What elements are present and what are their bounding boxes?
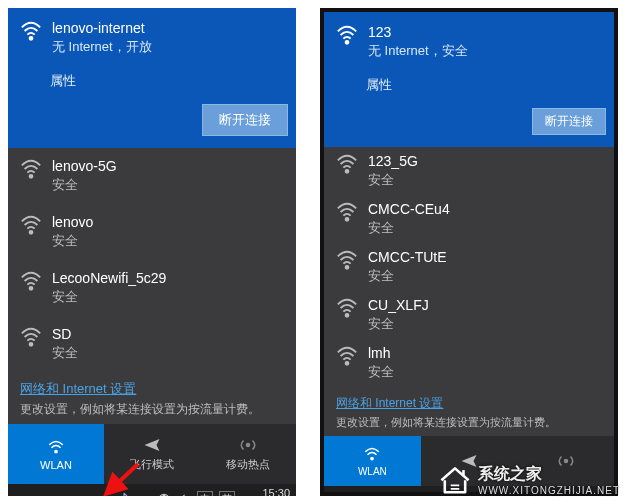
- connected-status: 无 Internet，开放: [52, 38, 152, 56]
- wifi-icon: [46, 438, 66, 456]
- chevron-up-icon[interactable]: [137, 492, 151, 496]
- wifi-icon: [336, 345, 358, 367]
- svg-point-5: [55, 450, 57, 452]
- tile-airplane[interactable]: 飞行模式: [104, 424, 200, 484]
- svg-point-6: [247, 444, 250, 447]
- chevron-up-icon[interactable]: [351, 494, 365, 496]
- svg-point-3: [30, 287, 33, 290]
- network-item[interactable]: CU_XLFJ安全: [324, 291, 614, 339]
- wifi-flyout-right: 123 无 Internet，安全 属性 断开连接 123_5G安全 CMCC-…: [320, 8, 618, 496]
- wifi-icon: [20, 270, 42, 292]
- security: 安全: [368, 219, 450, 237]
- cloud-icon[interactable]: [97, 492, 111, 496]
- ime-english[interactable]: 英: [219, 491, 235, 496]
- tile-label: 移动热点: [226, 457, 270, 472]
- watermark-url: WWW.XITONGZHIJIA.NET: [478, 485, 620, 496]
- clock[interactable]: 15:30 2019/8/28: [241, 487, 290, 496]
- security: 安全: [52, 232, 93, 250]
- ssid: CU_XLFJ: [368, 297, 429, 313]
- tile-label: WLAN: [358, 466, 387, 477]
- properties-link[interactable]: 属性: [50, 72, 288, 90]
- bluetooth-icon[interactable]: [117, 492, 131, 496]
- network-item[interactable]: CMCC-TUtE安全: [324, 243, 614, 291]
- network-settings-link[interactable]: 网络和 Internet 设置: [20, 380, 284, 398]
- tile-label: WLAN: [40, 459, 72, 471]
- network-tray-icon[interactable]: [157, 492, 171, 496]
- svg-point-16: [564, 460, 567, 463]
- network-item[interactable]: lmh安全: [324, 339, 614, 387]
- ssid: CMCC-TUtE: [368, 249, 447, 265]
- ssid: lenovo: [52, 214, 93, 230]
- ssid: SD: [52, 326, 78, 342]
- ssid: 123_5G: [368, 153, 418, 169]
- ssid: LecooNewifi_5c29: [52, 270, 166, 286]
- network-list: 123_5G安全 CMCC-CEu4安全 CMCC-TUtE安全 CU_XLFJ…: [324, 147, 614, 387]
- ssid: lenovo-5G: [52, 158, 117, 174]
- security: 安全: [368, 315, 429, 333]
- network-item[interactable]: LecooNewifi_5c29安全: [8, 260, 296, 316]
- svg-point-10: [346, 170, 349, 173]
- connected-ssid: 123: [368, 24, 468, 40]
- connected-status: 无 Internet，安全: [368, 42, 468, 60]
- svg-point-12: [346, 266, 349, 269]
- network-settings-desc: 更改设置，例如将某连接设置为按流量计费。: [20, 401, 284, 418]
- wifi-icon: [336, 153, 358, 175]
- network-item[interactable]: lenovo安全: [8, 204, 296, 260]
- network-settings: 网络和 Internet 设置 更改设置，例如将某连接设置为按流量计费。: [8, 372, 296, 424]
- network-settings: 网络和 Internet 设置 更改设置，例如将某连接设置为按流量计费。: [324, 387, 614, 436]
- network-item[interactable]: lenovo-5G安全: [8, 148, 296, 204]
- network-settings-desc: 更改设置，例如将某连接设置为按流量计费。: [336, 415, 602, 430]
- hotspot-icon: [238, 436, 258, 454]
- tile-label: 飞行模式: [130, 457, 174, 472]
- time: 15:30: [241, 487, 290, 496]
- wifi-icon: [20, 326, 42, 348]
- svg-point-1: [30, 175, 33, 178]
- ssid: lmh: [368, 345, 394, 361]
- disconnect-button[interactable]: 断开连接: [532, 108, 606, 135]
- security: 安全: [52, 344, 78, 362]
- security: 安全: [368, 267, 447, 285]
- wifi-icon: [20, 214, 42, 236]
- ssid: CMCC-CEu4: [368, 201, 450, 217]
- security: 安全: [368, 363, 394, 381]
- tile-hotspot[interactable]: 移动热点: [200, 424, 296, 484]
- svg-point-13: [346, 314, 349, 317]
- house-icon: [438, 465, 472, 495]
- svg-point-9: [346, 41, 349, 44]
- svg-point-15: [371, 457, 373, 459]
- svg-point-2: [30, 231, 33, 234]
- wifi-icon: [336, 249, 358, 271]
- properties-link[interactable]: 属性: [366, 76, 606, 94]
- network-item[interactable]: CMCC-CEu4安全: [324, 195, 614, 243]
- volume-mute-icon[interactable]: [177, 492, 191, 496]
- network-list: lenovo-5G安全 lenovo安全 LecooNewifi_5c29安全 …: [8, 148, 296, 372]
- wifi-flyout-left: lenovo-internet 无 Internet，开放 属性 断开连接 le…: [8, 8, 296, 496]
- taskbar-label: Z1i: [330, 495, 345, 496]
- svg-point-4: [30, 343, 33, 346]
- security: 安全: [368, 171, 418, 189]
- wifi-icon: [336, 201, 358, 223]
- svg-point-0: [30, 37, 33, 40]
- network-item[interactable]: 123_5G安全: [324, 147, 614, 195]
- svg-point-11: [346, 218, 349, 221]
- taskbar: 中 英 15:30 2019/8/28: [8, 484, 296, 496]
- wifi-connected-icon: [20, 20, 42, 42]
- wifi-icon: [20, 158, 42, 180]
- wifi-connected-icon: [336, 24, 358, 46]
- tile-wlan[interactable]: WLAN: [324, 436, 421, 486]
- connected-network[interactable]: lenovo-internet 无 Internet，开放 属性 断开连接: [8, 8, 296, 148]
- security: 安全: [52, 288, 166, 306]
- connected-ssid: lenovo-internet: [52, 20, 152, 36]
- quick-tiles: WLAN 飞行模式 移动热点: [8, 424, 296, 484]
- network-item[interactable]: SD安全: [8, 316, 296, 372]
- airplane-icon: [142, 436, 162, 454]
- connected-network[interactable]: 123 无 Internet，安全 属性 断开连接: [324, 12, 614, 147]
- network-settings-link[interactable]: 网络和 Internet 设置: [336, 395, 602, 412]
- security: 安全: [52, 176, 117, 194]
- disconnect-button[interactable]: 断开连接: [202, 104, 288, 136]
- svg-point-14: [346, 362, 349, 365]
- wifi-icon: [362, 445, 382, 463]
- ime-chinese[interactable]: 中: [197, 491, 213, 496]
- tile-wlan[interactable]: WLAN: [8, 424, 104, 484]
- watermark: 系统之家 WWW.XITONGZHIJIA.NET: [438, 464, 620, 496]
